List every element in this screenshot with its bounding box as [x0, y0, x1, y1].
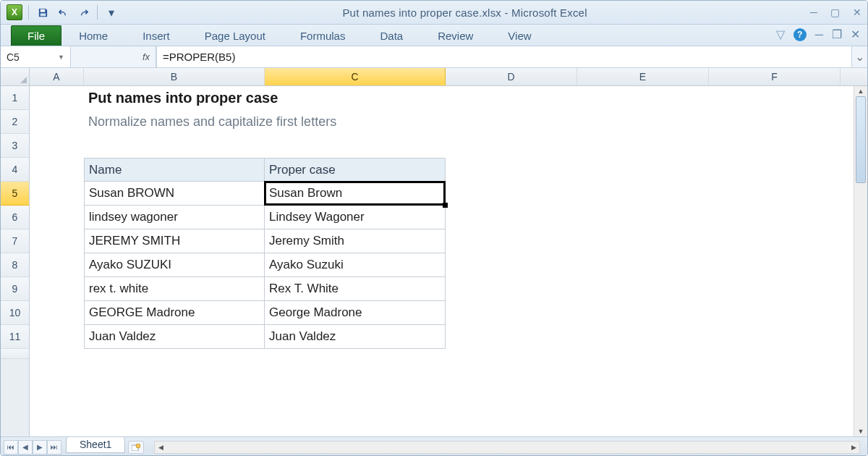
cell-B4[interactable]: Name — [84, 158, 265, 182]
scroll-left-icon[interactable]: ◀ — [155, 442, 166, 453]
cell-A9[interactable] — [30, 277, 84, 301]
tab-page-layout[interactable]: Page Layout — [187, 26, 283, 46]
excel-app-icon[interactable]: X — [7, 4, 22, 20]
undo-icon[interactable] — [55, 4, 71, 20]
cell-E5[interactable] — [577, 182, 709, 206]
cell-E4[interactable] — [577, 158, 709, 182]
worksheet-grid[interactable]: 1234567891011 ABCDEF Put names into prop… — [1, 68, 867, 436]
cell-E9[interactable] — [577, 277, 709, 301]
fill-handle[interactable] — [443, 203, 448, 208]
cell-D3[interactable] — [446, 134, 577, 158]
minimize-icon[interactable]: ─ — [810, 7, 817, 18]
cell-D7[interactable] — [446, 229, 577, 253]
column-header-D[interactable]: D — [446, 68, 577, 85]
cell-F6[interactable] — [709, 206, 841, 229]
cell-E6[interactable] — [577, 206, 709, 229]
tab-review[interactable]: Review — [420, 26, 490, 46]
cell-C6[interactable]: Lindsey Wagoner — [265, 206, 446, 229]
cell-E10[interactable] — [577, 301, 709, 325]
redo-icon[interactable] — [75, 4, 91, 20]
cell-F11[interactable] — [709, 325, 841, 349]
cell-A8[interactable] — [30, 253, 84, 277]
cell-D9[interactable] — [446, 277, 577, 301]
help-icon[interactable]: ? — [793, 28, 807, 41]
cell-C2[interactable] — [265, 110, 446, 134]
cell-F10[interactable] — [709, 301, 841, 325]
cell-E3[interactable] — [577, 134, 709, 158]
new-sheet-icon[interactable] — [128, 441, 144, 454]
cell-B1[interactable]: Put names into proper case — [84, 86, 265, 110]
tab-home[interactable]: Home — [61, 26, 125, 46]
cell-F2[interactable] — [709, 110, 841, 134]
cell-C9[interactable]: Rex T. White — [265, 277, 446, 301]
horizontal-scrollbar[interactable]: ◀ ▶ — [154, 441, 860, 454]
cell-B9[interactable]: rex t. white — [84, 277, 265, 301]
row-header-11[interactable]: 11 — [1, 325, 29, 349]
cell-C3[interactable] — [265, 134, 446, 158]
cell-A10[interactable] — [30, 301, 84, 325]
row-header-2[interactable]: 2 — [1, 110, 29, 134]
sheet-prev-icon[interactable]: ◀ — [18, 440, 33, 455]
scroll-right-icon[interactable]: ▶ — [848, 442, 859, 453]
tab-view[interactable]: View — [490, 26, 548, 46]
cell-A3[interactable] — [30, 134, 84, 158]
row-header-1[interactable]: 1 — [1, 86, 29, 110]
column-header-A[interactable]: A — [30, 68, 84, 85]
tab-data[interactable]: Data — [362, 26, 420, 46]
column-header-E[interactable]: E — [577, 68, 709, 85]
cell-A6[interactable] — [30, 206, 84, 229]
cell-A7[interactable] — [30, 229, 84, 253]
window-restore-icon[interactable]: ❐ — [832, 28, 842, 41]
scroll-down-icon[interactable]: ▼ — [854, 426, 867, 436]
cell-E2[interactable] — [577, 110, 709, 134]
row-header-7[interactable]: 7 — [1, 229, 29, 253]
cell-F4[interactable] — [709, 158, 841, 182]
row-header-3[interactable]: 3 — [1, 134, 29, 158]
cell-F7[interactable] — [709, 229, 841, 253]
cell-C11[interactable]: Juan Valdez — [265, 325, 446, 349]
cell-D10[interactable] — [446, 301, 577, 325]
cell-E8[interactable] — [577, 253, 709, 277]
cell-B8[interactable]: Ayako SUZUKI — [84, 253, 265, 277]
cell-D1[interactable] — [446, 86, 577, 110]
cell-F8[interactable] — [709, 253, 841, 277]
tab-insert[interactable]: Insert — [125, 26, 187, 46]
cell-D2[interactable] — [446, 110, 577, 134]
cell-C7[interactable]: Jeremy Smith — [265, 229, 446, 253]
row-header-5[interactable]: 5 — [1, 182, 29, 206]
row-header-6[interactable]: 6 — [1, 206, 29, 229]
cell-E7[interactable] — [577, 229, 709, 253]
cell-A2[interactable] — [30, 110, 84, 134]
formula-expand-icon[interactable]: ⌄ — [851, 46, 867, 67]
sheet-last-icon[interactable]: ⏭ — [47, 440, 61, 455]
cell-D8[interactable] — [446, 253, 577, 277]
column-header-F[interactable]: F — [709, 68, 841, 85]
window-close-icon[interactable]: ✕ — [851, 28, 860, 41]
cell-F3[interactable] — [709, 134, 841, 158]
row-header-9[interactable]: 9 — [1, 277, 29, 301]
cell-C8[interactable]: Ayako Suzuki — [265, 253, 446, 277]
cell-B2[interactable]: Normalize names and capitalize first let… — [84, 110, 265, 134]
name-box[interactable]: C5▼ — [1, 46, 71, 67]
formula-input[interactable]: =PROPER(B5) — [156, 46, 851, 67]
cells-area[interactable]: Put names into proper caseNormalize name… — [30, 86, 867, 349]
file-tab[interactable]: File — [11, 25, 61, 46]
ribbon-minimize-icon[interactable]: ▽ — [776, 28, 785, 41]
cell-C4[interactable]: Proper case — [265, 158, 446, 182]
cell-B11[interactable]: Juan Valdez — [84, 325, 265, 349]
cell-A4[interactable] — [30, 158, 84, 182]
cell-D11[interactable] — [446, 325, 577, 349]
cell-F9[interactable] — [709, 277, 841, 301]
cell-A1[interactable] — [30, 86, 84, 110]
row-header-10[interactable]: 10 — [1, 301, 29, 325]
tab-formulas[interactable]: Formulas — [283, 26, 363, 46]
save-icon[interactable] — [35, 4, 51, 20]
cell-E11[interactable] — [577, 325, 709, 349]
cell-A11[interactable] — [30, 325, 84, 349]
row-header-4[interactable]: 4 — [1, 158, 29, 182]
close-icon[interactable]: ✕ — [853, 7, 861, 18]
scroll-thumb[interactable] — [856, 96, 866, 183]
column-header-C[interactable]: C — [265, 68, 446, 85]
sheet-first-icon[interactable]: ⏮ — [4, 440, 18, 455]
fx-icon[interactable]: fx — [142, 51, 150, 62]
